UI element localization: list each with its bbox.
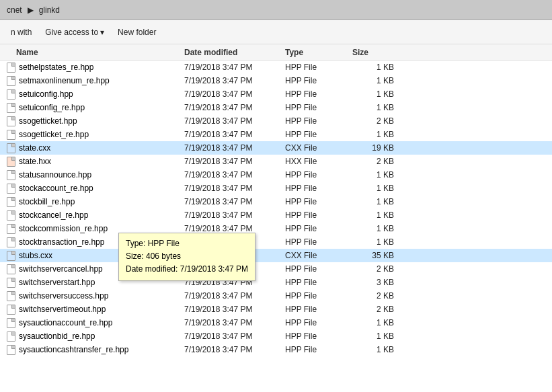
cell-type: CXX File [285,143,352,153]
file-icon [5,89,16,100]
col-header-name[interactable]: Name [3,48,184,57]
file-icon [5,317,16,328]
doc-icon [7,318,15,328]
table-row[interactable]: state.hxx 7/19/2018 3:47 PM HXX File 2 K… [0,155,552,168]
table-row[interactable]: switchservertimeout.hpp 7/19/2018 3:47 P… [0,303,552,316]
cell-name: sysauctionaccount_re.hpp [3,317,184,328]
give-access-arrow-icon: ▾ [100,28,104,37]
cell-name: sysauctioncashtransfer_re.hpp [3,344,184,355]
cell-date: 7/19/2018 3:47 PM [184,157,285,166]
column-header: Name Date modified Type Size [0,44,552,61]
cell-size: 1 KB [352,63,399,72]
cell-name: switchservertimeout.hpp [3,304,184,315]
cell-date: 7/19/2018 3:47 PM [184,331,285,341]
doc-icon [7,116,15,126]
tooltip-date: Date modified: 7/19/2018 3:47 PM [126,263,248,276]
file-name: state.hxx [19,157,51,166]
cell-size: 1 KB [352,237,399,247]
file-name: sysauctioncashtransfer_re.hpp [19,345,128,354]
col-header-size[interactable]: Size [352,48,399,57]
cell-name: state.cxx [3,143,184,153]
file-name: stockaccount_re.hpp [19,184,93,193]
table-row[interactable]: stockcancel_re.hpp 7/19/2018 3:47 PM HPP… [0,208,552,222]
cell-size: 2 KB [352,264,399,274]
doc-icon [7,278,15,288]
table-row[interactable]: stockaccount_re.hpp 7/19/2018 3:47 PM HP… [0,182,552,195]
file-name: switchservercancel.hpp [19,264,103,274]
file-name: stockcommission_re.hpp [19,224,108,233]
col-header-date[interactable]: Date modified [184,48,285,57]
file-icon [5,304,16,315]
file-icon [5,129,16,140]
table-row[interactable]: sethelpstates_re.hpp 7/19/2018 3:47 PM H… [0,61,552,74]
table-row[interactable]: sysauctioncashtransfer_re.hpp 7/19/2018 … [0,343,552,356]
cell-type: HXX File [285,157,352,166]
cell-date: 7/19/2018 3:47 PM [184,345,285,354]
doc-icon [7,331,15,342]
table-row[interactable]: stocktransaction_re.hpp 7/19/2018 3:47 P… [0,235,552,249]
cell-date: 7/19/2018 3:47 PM [184,318,285,327]
table-row[interactable]: stubs.cxx 7/19/2018 3:47 PM CXX File 35 … [0,249,552,262]
table-row[interactable]: ssogetticket.hpp 7/19/2018 3:47 PM HPP F… [0,114,552,128]
cell-size: 2 KB [352,116,399,126]
cell-type: HPP File [285,103,352,112]
table-row[interactable]: setmaxonlinenum_re.hpp 7/19/2018 3:47 PM… [0,74,552,87]
table-row[interactable]: sysauctionbid_re.hpp 7/19/2018 3:47 PM H… [0,329,552,343]
cell-size: 1 KB [352,197,399,206]
doc-icon [7,237,15,247]
doc-icon [7,210,15,221]
file-icon [5,169,16,180]
file-icon [5,75,16,86]
cell-size: 1 KB [352,184,399,193]
cell-size: 1 KB [352,345,399,354]
breadcrumb-sep: ▶ [28,5,34,15]
cell-size: 1 KB [352,103,399,112]
table-row[interactable]: setuiconfig.hpp 7/19/2018 3:47 PM HPP Fi… [0,87,552,101]
share-with-button[interactable]: n with [5,25,37,40]
table-row[interactable]: sysauctionaccount_re.hpp 7/19/2018 3:47 … [0,316,552,329]
new-folder-button[interactable]: New folder [112,25,161,40]
cell-type: HPP File [285,331,352,341]
cell-date: 7/19/2018 3:47 PM [184,305,285,314]
file-name: stubs.cxx [19,251,52,260]
cell-type: HPP File [285,130,352,139]
new-folder-label: New folder [118,28,156,37]
doc-icon [7,224,15,234]
cell-size: 1 KB [352,170,399,180]
cell-name: switchserversuccess.hpp [3,290,184,301]
table-row[interactable]: statusannounce.hpp 7/19/2018 3:47 PM HPP… [0,168,552,182]
table-row[interactable]: setuiconfig_re.hpp 7/19/2018 3:47 PM HPP… [0,101,552,114]
give-access-button[interactable]: Give access to ▾ [40,25,110,40]
table-row[interactable]: ssogetticket_re.hpp 7/19/2018 3:47 PM HP… [0,128,552,141]
table-row[interactable]: switchservercancel.hpp 7/19/2018 3:47 PM… [0,262,552,276]
cell-date: 7/19/2018 3:47 PM [184,89,285,99]
table-row[interactable]: state.cxx 7/19/2018 3:47 PM CXX File 19 … [0,141,552,155]
breadcrumb: cnet ▶ glinkd [7,5,60,15]
table-row[interactable]: stockbill_re.hpp 7/19/2018 3:47 PM HPP F… [0,195,552,208]
cell-date: 7/19/2018 3:47 PM [184,224,285,233]
table-row[interactable]: switchserverstart.hpp 7/19/2018 3:47 PM … [0,276,552,289]
cell-type: HPP File [285,291,352,301]
file-icon [5,331,16,342]
share-with-label: n with [11,28,32,37]
doc-icon [7,345,15,355]
cell-date: 7/19/2018 3:47 PM [184,103,285,112]
title-bar: cnet ▶ glinkd [0,0,552,20]
file-icon [5,183,16,194]
file-name: sethelpstates_re.hpp [19,63,93,72]
cell-size: 1 KB [352,318,399,327]
doc-icon [7,103,15,113]
col-header-type[interactable]: Type [285,48,352,57]
file-name: switchservertimeout.hpp [19,305,106,314]
file-name: stocktransaction_re.hpp [19,237,104,247]
cell-date: 7/19/2018 3:47 PM [184,170,285,180]
cell-type: HPP File [285,89,352,99]
cell-type: HPP File [285,116,352,126]
cell-date: 7/19/2018 3:47 PM [184,197,285,206]
doc-icon [7,130,15,140]
table-row[interactable]: stockcommission_re.hpp 7/19/2018 3:47 PM… [0,222,552,235]
file-icon [5,210,16,221]
file-name: setuiconfig_re.hpp [19,103,85,112]
table-row[interactable]: switchserversuccess.hpp 7/19/2018 3:47 P… [0,289,552,303]
file-name: sysauctionaccount_re.hpp [19,318,112,327]
